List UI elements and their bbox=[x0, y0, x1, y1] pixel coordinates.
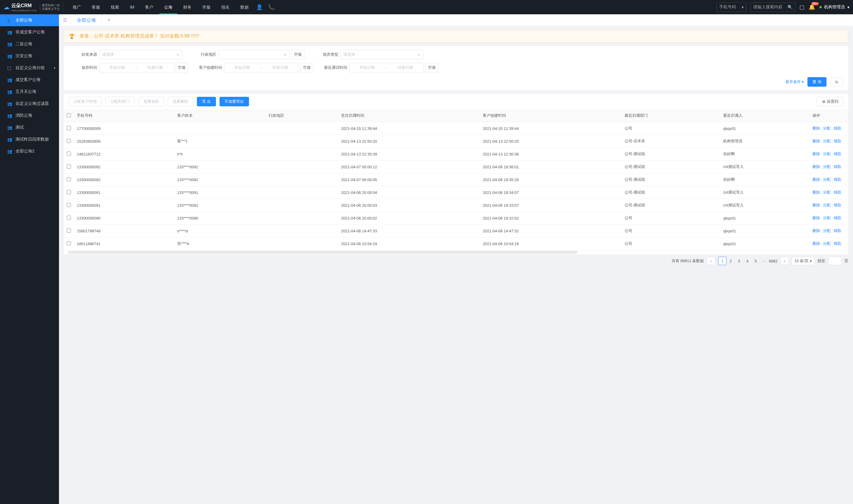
blank-create-time[interactable]: 空值 bbox=[300, 63, 313, 72]
nav-item-6[interactable]: 财务 bbox=[178, 0, 196, 14]
delete-link[interactable]: 删除 bbox=[813, 203, 820, 207]
assign-link[interactable]: 分配 bbox=[823, 139, 831, 143]
sidebar-item-8[interactable]: 👥消防公海 bbox=[0, 110, 59, 122]
sidebar-item-11[interactable]: 👥全部公海2 bbox=[0, 145, 59, 157]
user-menu[interactable]: 机构管理员 ▾ bbox=[819, 4, 849, 10]
horizontal-scrollbar[interactable] bbox=[64, 250, 848, 254]
export-button[interactable]: 导 出 bbox=[197, 97, 216, 106]
claim-link[interactable]: 领取 bbox=[834, 126, 841, 130]
blank-last-call[interactable]: 空值 bbox=[425, 63, 438, 72]
claim-link[interactable]: 领取 bbox=[834, 177, 841, 182]
page-3[interactable]: 3 bbox=[735, 257, 743, 265]
sidebar-item-0[interactable]: 👥全部公海 bbox=[0, 14, 59, 26]
select-all[interactable] bbox=[67, 113, 71, 118]
expand-filters[interactable]: 展开条件 ▾ bbox=[785, 79, 804, 85]
assign-link[interactable]: 分配 bbox=[823, 229, 831, 233]
assign-link[interactable]: 分配 bbox=[823, 164, 831, 169]
delete-link[interactable]: 删除 bbox=[813, 190, 820, 195]
row-select[interactable] bbox=[67, 151, 71, 156]
assign-link[interactable]: 分配 bbox=[823, 126, 831, 130]
row-select[interactable] bbox=[67, 177, 71, 181]
delete-link[interactable]: 删除 bbox=[813, 177, 820, 182]
assign-dept-button[interactable]: 分配到部门 bbox=[105, 97, 135, 106]
prev-page[interactable]: ‹ bbox=[707, 257, 715, 265]
claim-link[interactable]: 领取 bbox=[834, 216, 841, 220]
next-page[interactable]: › bbox=[780, 257, 789, 265]
row-select[interactable] bbox=[67, 139, 71, 143]
phone-icon[interactable]: 📞 bbox=[265, 4, 277, 11]
sidebar-item-5[interactable]: 👥成交客户公海 bbox=[0, 74, 59, 86]
nav-item-1[interactable]: 客服 bbox=[87, 0, 105, 14]
row-select[interactable] bbox=[67, 126, 71, 130]
assign-manager-button[interactable]: 分配客户经理 bbox=[69, 97, 102, 106]
claim-link[interactable]: 领取 bbox=[834, 229, 841, 233]
assign-link[interactable]: 分配 bbox=[823, 177, 831, 182]
claim-link[interactable]: 领取 bbox=[834, 139, 841, 143]
range-last-call[interactable]: 开始日期~结束日期 bbox=[349, 63, 423, 72]
assign-link[interactable]: 分配 bbox=[823, 190, 831, 195]
delete-link[interactable]: 删除 bbox=[813, 164, 820, 169]
row-select[interactable] bbox=[67, 229, 71, 233]
search-button[interactable]: 查 询 bbox=[807, 77, 827, 87]
sidebar-item-7[interactable]: 👥自定义公海过滤器 bbox=[0, 98, 59, 110]
sidebar-item-2[interactable]: 👥二咨公海 bbox=[0, 38, 59, 50]
delete-link[interactable]: 删除 bbox=[813, 216, 820, 220]
claim-link[interactable]: 领取 bbox=[834, 151, 841, 156]
person-plus-icon[interactable]: 👤 bbox=[253, 4, 265, 11]
export-plain-button[interactable]: 不加密导出 bbox=[219, 97, 249, 106]
row-select[interactable] bbox=[67, 241, 71, 246]
row-select[interactable] bbox=[67, 190, 71, 194]
sidebar-item-1[interactable]: 👥非成交客户公海 bbox=[0, 26, 59, 38]
page-2[interactable]: 2 bbox=[726, 257, 735, 265]
per-page-select[interactable]: 10 条/页 ▾ bbox=[792, 257, 815, 265]
select-friend-source[interactable]: 请选择▾ bbox=[99, 50, 182, 59]
claim-link[interactable]: 领取 bbox=[834, 190, 841, 195]
batch-claim-button[interactable]: 批量领取 bbox=[139, 97, 164, 106]
nav-item-5[interactable]: 公海 bbox=[159, 0, 177, 14]
nav-item-8[interactable]: 报名 bbox=[217, 0, 234, 14]
page-4[interactable]: 4 bbox=[743, 257, 751, 265]
jump-input[interactable] bbox=[828, 257, 841, 265]
assign-link[interactable]: 分配 bbox=[823, 203, 831, 207]
assign-link[interactable]: 分配 bbox=[823, 216, 831, 220]
nav-item-0[interactable]: 推广 bbox=[68, 0, 86, 14]
sidebar-item-9[interactable]: 👥测试 bbox=[0, 122, 59, 133]
select-region[interactable]: ▾ bbox=[218, 50, 290, 59]
page-1[interactable]: 1 bbox=[718, 257, 726, 265]
tab-current[interactable]: 全部公海 bbox=[71, 14, 102, 26]
nav-item-9[interactable]: 数据 bbox=[236, 0, 253, 14]
claim-link[interactable]: 领取 bbox=[834, 203, 841, 207]
page-5[interactable]: 5 bbox=[751, 257, 760, 265]
bell-icon[interactable]: 🔔99+ bbox=[809, 4, 815, 11]
menu-toggle-icon[interactable]: ☰ bbox=[59, 14, 71, 26]
row-select[interactable] bbox=[67, 203, 71, 207]
range-create-time[interactable]: 开始日期~结束日期 bbox=[224, 63, 298, 72]
last-page[interactable]: 6882 bbox=[769, 257, 777, 265]
claim-link[interactable]: 领取 bbox=[834, 241, 841, 246]
range-abandon-time[interactable]: 开始日期~结束日期 bbox=[99, 63, 173, 72]
row-select[interactable] bbox=[67, 164, 71, 168]
delete-link[interactable]: 删除 bbox=[813, 151, 820, 156]
sidebar-item-3[interactable]: 👥注安公海 bbox=[0, 50, 59, 62]
columns-button[interactable]: ⚙ 设置列 bbox=[817, 97, 843, 106]
blank-region[interactable]: 空值 bbox=[291, 50, 304, 59]
select-abandon-type[interactable]: 请选择▾ bbox=[340, 50, 423, 59]
blank-abandon-time[interactable]: 空值 bbox=[175, 63, 188, 72]
search-type-select[interactable]: 手机号码▾ bbox=[716, 2, 746, 12]
delete-link[interactable]: 删除 bbox=[813, 139, 820, 143]
row-select[interactable] bbox=[67, 216, 71, 220]
delete-link[interactable]: 删除 bbox=[813, 229, 820, 233]
nav-item-2[interactable]: 线索 bbox=[106, 0, 124, 14]
nav-item-7[interactable]: 学服 bbox=[198, 0, 215, 14]
delete-link[interactable]: 删除 bbox=[813, 241, 820, 246]
search-icon[interactable]: 🔍 bbox=[787, 5, 793, 10]
delete-link[interactable]: 删除 bbox=[813, 126, 820, 130]
device-icon[interactable]: ▢ bbox=[799, 4, 804, 11]
sidebar-item-10[interactable]: 👥测试昨日回库数据 bbox=[0, 133, 59, 145]
nav-item-4[interactable]: 客户 bbox=[140, 0, 158, 14]
nav-item-3[interactable]: IM bbox=[125, 0, 139, 14]
claim-link[interactable]: 领取 bbox=[834, 164, 841, 169]
sidebar-item-4[interactable]: ▢自定义公海分组▾ bbox=[0, 62, 59, 74]
tab-add[interactable]: + bbox=[102, 17, 116, 23]
batch-delete-button[interactable]: 批量删除 bbox=[168, 97, 193, 106]
